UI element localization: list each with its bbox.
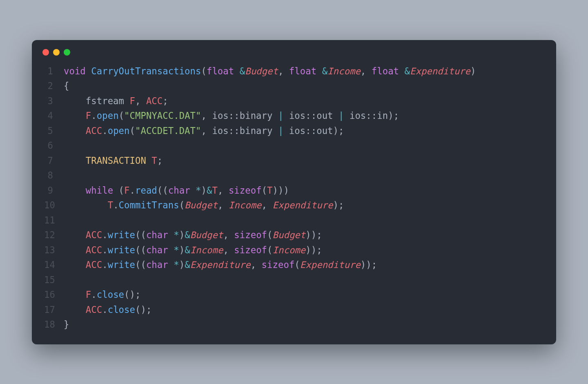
- token-plain: ))): [273, 185, 289, 196]
- token-plain: (: [119, 110, 124, 121]
- code-content: }: [64, 317, 544, 332]
- line-number: 3: [44, 94, 64, 109]
- code-content: [64, 213, 544, 228]
- token-plain: ));: [305, 230, 322, 240]
- token-ident: F: [124, 185, 129, 196]
- line-number: 8: [44, 168, 64, 183]
- token-ident: ACC: [86, 259, 102, 270]
- token-op: &: [240, 66, 245, 76]
- token-fn: open: [108, 125, 130, 136]
- line-number: 15: [44, 272, 64, 288]
- line-number: 17: [44, 302, 64, 317]
- token-plain: .: [102, 125, 107, 136]
- window-titlebar: [32, 40, 556, 56]
- code-content: ACC.write((char *)&Expenditure, sizeof(E…: [64, 257, 544, 272]
- code-line: 4 F.open("CMPNYACC.DAT", ios::binary | i…: [44, 108, 544, 123]
- code-line: 1void CarryOutTransactions(float &Budget…: [44, 64, 544, 79]
- token-plain: }: [64, 319, 69, 330]
- token-cls: TRANSACTION: [86, 155, 146, 166]
- code-content: void CarryOutTransactions(float &Budget,…: [64, 64, 544, 79]
- token-ident: T: [108, 200, 113, 210]
- token-op: *: [174, 245, 179, 255]
- close-icon[interactable]: [42, 49, 49, 56]
- token-param: Income: [190, 245, 223, 255]
- token-type: char: [146, 230, 168, 240]
- token-plain: ,: [278, 66, 289, 76]
- code-editor[interactable]: 1void CarryOutTransactions(float &Budget…: [32, 56, 556, 332]
- token-fn: write: [108, 230, 135, 240]
- token-param: Expenditure: [190, 259, 251, 270]
- token-plain: ();: [124, 289, 140, 300]
- token-fn: close: [108, 304, 135, 315]
- token-plain: [64, 110, 86, 121]
- minimize-icon[interactable]: [53, 49, 60, 56]
- token-op: &: [185, 230, 190, 240]
- token-plain: ,: [218, 185, 229, 196]
- token-plain: (: [201, 66, 206, 76]
- token-kw: sizeof: [262, 259, 295, 270]
- code-content: F.open("CMPNYACC.DAT", ios::binary | ios…: [64, 108, 544, 123]
- line-number: 18: [44, 317, 64, 332]
- token-fn: open: [97, 110, 119, 121]
- code-content: T.CommitTrans(Budget, Income, Expenditur…: [64, 198, 544, 213]
- token-param: Income: [327, 66, 361, 76]
- token-plain: [168, 230, 174, 240]
- token-plain: [168, 259, 174, 270]
- token-type: char: [146, 245, 168, 255]
- token-plain: ::: [229, 110, 240, 121]
- token-plain: ((: [157, 185, 168, 196]
- token-op: &: [207, 185, 212, 196]
- token-type: float: [372, 66, 399, 76]
- token-plain: ((: [135, 245, 146, 255]
- token-plain: ): [470, 66, 476, 76]
- code-line: 8: [44, 168, 544, 183]
- code-line: 9 while (F.read((char *)&T, sizeof(T))): [44, 183, 544, 198]
- line-number: 11: [44, 213, 64, 228]
- token-op: *: [196, 185, 201, 196]
- token-param: Expenditure: [410, 66, 470, 76]
- token-plain: (: [262, 185, 267, 196]
- line-number: 13: [44, 243, 64, 258]
- code-line: 3 fstream F, ACC;: [44, 94, 544, 109]
- token-ident: F: [130, 96, 135, 106]
- code-content: {: [64, 78, 544, 94]
- token-param: Income: [229, 200, 262, 210]
- token-plain: ,: [361, 66, 372, 76]
- token-plain: , ios: [201, 110, 229, 121]
- token-plain: [64, 245, 86, 255]
- token-type: float: [289, 66, 316, 76]
- token-type: float: [207, 66, 234, 76]
- token-type: char: [168, 185, 190, 196]
- token-plain: ): [201, 185, 207, 196]
- token-plain: .: [113, 200, 118, 210]
- token-plain: ));: [305, 245, 322, 255]
- token-plain: .: [91, 110, 96, 121]
- token-op: &: [322, 66, 327, 76]
- token-op: &: [405, 66, 410, 76]
- maximize-icon[interactable]: [64, 49, 70, 56]
- token-plain: .: [102, 304, 107, 315]
- token-ident: F: [86, 289, 91, 300]
- token-ident: T: [212, 185, 217, 196]
- token-ident: F: [86, 110, 91, 121]
- line-number: 2: [44, 78, 64, 94]
- code-line: 18}: [44, 317, 544, 332]
- code-line: 14 ACC.write((char *)&Expenditure, sizeo…: [44, 257, 544, 272]
- code-line: 16 F.close();: [44, 287, 544, 302]
- token-plain: [190, 185, 196, 196]
- code-content: ACC.write((char *)&Income, sizeof(Income…: [64, 243, 544, 258]
- token-plain: ((: [135, 259, 146, 270]
- code-content: TRANSACTION T;: [64, 153, 544, 168]
- token-ident: ACC: [86, 230, 102, 240]
- token-plain: [64, 155, 86, 166]
- token-plain: ios: [344, 110, 366, 121]
- token-param: Budget: [273, 230, 306, 240]
- token-plain: ): [179, 230, 185, 240]
- token-op: *: [174, 259, 179, 270]
- token-str: "ACCDET.DAT": [135, 125, 201, 136]
- code-window: 1void CarryOutTransactions(float &Budget…: [32, 40, 556, 344]
- token-plain: ;: [157, 155, 163, 166]
- code-line: 13 ACC.write((char *)&Income, sizeof(Inc…: [44, 243, 544, 258]
- token-param: Expenditure: [272, 200, 333, 210]
- code-content: ACC.open("ACCDET.DAT", ios::binary | ios…: [64, 123, 544, 138]
